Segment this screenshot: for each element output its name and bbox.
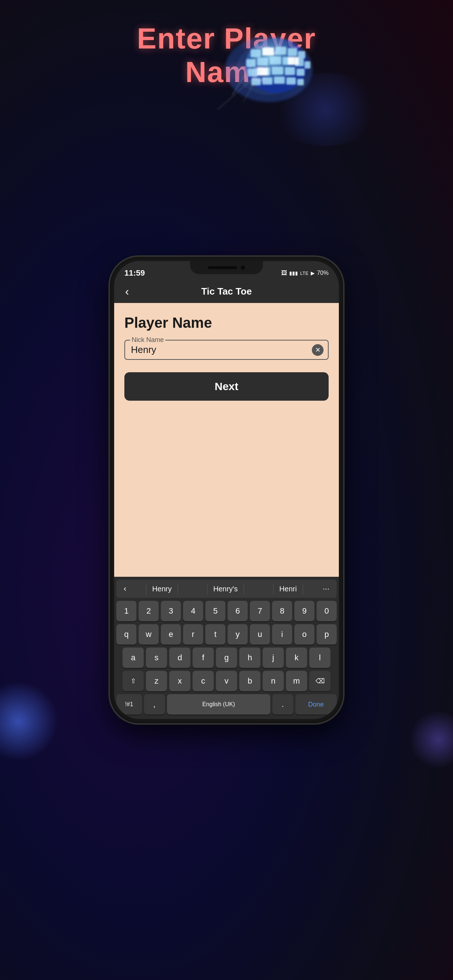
svg-rect-22 [286, 77, 296, 84]
app-header: ‹ Tic Tac Toe [114, 280, 339, 303]
kb-row-qwerty: q w e r t y u i o p [116, 624, 337, 644]
kb-key-z[interactable]: z [146, 671, 167, 691]
next-button[interactable]: Next [124, 372, 329, 401]
keyboard-area: ‹ Henry Henry's Henri ··· 1 2 3 4 5 6 [114, 577, 339, 719]
signal-icon: ▮▮▮ [289, 270, 298, 276]
notch [190, 261, 263, 274]
bg-glow-right [409, 710, 453, 768]
autocomplete-bar: ‹ Henry Henry's Henri ··· [116, 580, 337, 598]
kb-key-x[interactable]: x [169, 671, 190, 691]
kb-key-d[interactable]: d [169, 648, 190, 668]
back-button[interactable]: ‹ [121, 283, 133, 300]
status-time: 11:59 [124, 268, 145, 278]
kb-key-g[interactable]: g [216, 648, 237, 668]
nickname-float-label: Nick Name [130, 336, 165, 344]
disco-ball [203, 29, 320, 111]
kb-row-asdf: a s d f g h j k l [116, 648, 337, 668]
wifi-icon: ▶ [311, 270, 315, 276]
kb-comma-key[interactable]: , [144, 694, 165, 714]
svg-rect-20 [262, 77, 273, 84]
kb-key-p[interactable]: p [317, 624, 337, 644]
app-header-title: Tic Tac Toe [201, 286, 252, 297]
kb-key-i[interactable]: i [272, 624, 292, 644]
kb-row-bottom: !#1 , English (UK) . Done [116, 694, 337, 714]
kb-key-2[interactable]: 2 [139, 601, 159, 621]
player-name-label: Player Name [124, 315, 329, 331]
kb-done-key[interactable]: Done [295, 694, 337, 714]
kb-key-b[interactable]: b [239, 671, 260, 691]
kb-sym-key[interactable]: !#1 [116, 694, 142, 714]
autocomplete-item-1[interactable]: Henry's [207, 583, 244, 595]
nickname-input[interactable] [131, 344, 322, 355]
bg-glow-left [0, 681, 58, 761]
phone-screen: 11:59 🖼 ▮▮▮ LTE ▶ 70% ‹ Tic Tac Toe Play… [114, 261, 339, 719]
phone-frame: 11:59 🖼 ▮▮▮ LTE ▶ 70% ‹ Tic Tac Toe Play… [110, 257, 343, 723]
kb-key-9[interactable]: 9 [294, 601, 314, 621]
kb-key-h[interactable]: h [239, 648, 260, 668]
gallery-icon: 🖼 [281, 270, 287, 276]
kb-row-numbers: 1 2 3 4 5 6 7 8 9 0 [116, 601, 337, 621]
speaker [208, 266, 237, 269]
kb-key-v[interactable]: v [216, 671, 237, 691]
svg-rect-17 [285, 67, 295, 75]
kb-key-n[interactable]: n [263, 671, 284, 691]
kb-key-l[interactable]: l [309, 648, 330, 668]
kb-key-y[interactable]: y [228, 624, 248, 644]
svg-rect-23 [297, 79, 304, 85]
svg-rect-24 [262, 48, 274, 56]
autocomplete-item-2[interactable]: Henri [273, 583, 303, 595]
battery-label: 70% [317, 270, 329, 276]
kb-key-m[interactable]: m [286, 671, 307, 691]
kb-key-o[interactable]: o [294, 624, 314, 644]
kb-key-0[interactable]: 0 [317, 601, 337, 621]
kb-key-q[interactable]: q [116, 624, 136, 644]
kb-period-key[interactable]: . [273, 694, 293, 714]
kb-key-8[interactable]: 8 [272, 601, 292, 621]
kb-key-7[interactable]: 7 [250, 601, 270, 621]
kb-key-j[interactable]: j [263, 648, 284, 668]
kb-key-4[interactable]: 4 [183, 601, 203, 621]
kb-backspace-key[interactable]: ⌫ [309, 671, 330, 691]
status-icons: 🖼 ▮▮▮ LTE ▶ 70% [281, 270, 329, 276]
kb-space-key[interactable]: English (UK) [167, 694, 270, 714]
svg-rect-25 [288, 57, 299, 65]
svg-rect-7 [298, 51, 305, 58]
kb-key-f[interactable]: f [193, 648, 214, 668]
kb-shift-key[interactable]: ⇧ [123, 671, 144, 691]
autocomplete-items: Henry Henry's Henri [131, 583, 317, 595]
kb-row-zxcv: ⇧ z x c v b n m ⌫ [116, 671, 337, 691]
kb-key-s[interactable]: s [146, 648, 167, 668]
autocomplete-item-0[interactable]: Henry [146, 583, 178, 595]
svg-rect-16 [272, 67, 283, 75]
kb-key-t[interactable]: t [205, 624, 225, 644]
kb-key-c[interactable]: c [193, 671, 214, 691]
kb-key-5[interactable]: 5 [205, 601, 225, 621]
lte-label: LTE [300, 270, 309, 276]
svg-rect-9 [257, 57, 268, 65]
kb-key-w[interactable]: w [139, 624, 159, 644]
kb-key-e[interactable]: e [161, 624, 181, 644]
svg-rect-6 [288, 48, 297, 56]
svg-rect-13 [305, 61, 310, 68]
svg-rect-10 [270, 57, 281, 65]
kb-key-a[interactable]: a [123, 648, 144, 668]
kb-key-r[interactable]: r [183, 624, 203, 644]
kb-key-3[interactable]: 3 [161, 601, 181, 621]
kb-key-6[interactable]: 6 [228, 601, 248, 621]
svg-rect-3 [250, 49, 261, 57]
kb-key-k[interactable]: k [286, 648, 307, 668]
svg-rect-18 [297, 68, 305, 76]
autocomplete-more-icon[interactable]: ··· [318, 582, 335, 595]
content-area: Player Name Nick Name ✕ Next [114, 303, 339, 577]
kb-key-1[interactable]: 1 [116, 601, 136, 621]
autocomplete-back-icon[interactable]: ‹ [118, 582, 131, 595]
nickname-input-wrapper: Nick Name ✕ [124, 340, 329, 360]
kb-key-u[interactable]: u [250, 624, 270, 644]
keyboard-rows: 1 2 3 4 5 6 7 8 9 0 q w e r t [116, 601, 337, 714]
clear-input-button[interactable]: ✕ [312, 344, 324, 356]
camera [241, 266, 245, 270]
svg-rect-21 [274, 76, 285, 84]
